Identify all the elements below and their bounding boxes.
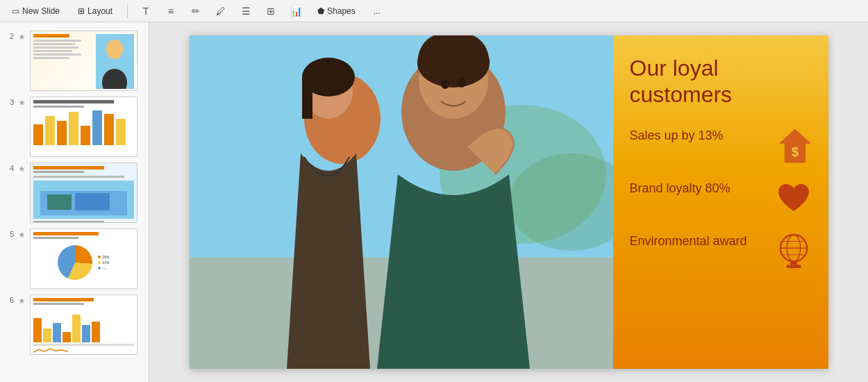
new-slide-icon: ▭	[12, 6, 19, 16]
highlight-icon-btn[interactable]: 🖊	[211, 3, 231, 19]
slide-number-6: 6	[4, 294, 14, 304]
slide-thumb-3	[30, 97, 137, 157]
slide-item-5[interactable]: 5 ★ 26% 21%	[0, 226, 149, 292]
more-button[interactable]: ...	[367, 4, 387, 18]
thumb5-pie-chart	[58, 245, 92, 280]
align-icon-btn[interactable]: ≡	[161, 3, 181, 19]
thumb5-legend: 26% 21% —	[98, 255, 109, 270]
slide-star-4: ★	[18, 163, 26, 174]
info-row-3: Environmental award	[630, 233, 812, 269]
slide-item-6[interactable]: 6 ★	[0, 292, 149, 358]
slide-star-3: ★	[18, 97, 26, 108]
divider1	[127, 4, 128, 18]
slide-number-2: 2	[4, 31, 14, 40]
slide-thumb-6	[30, 294, 137, 355]
svg-point-19	[458, 78, 466, 88]
slide-number-4: 4	[4, 163, 14, 172]
svg-rect-5	[47, 194, 72, 210]
heart-icon	[776, 181, 812, 217]
slide-main-title: Our loyal customers	[630, 55, 812, 108]
slide-star-2: ★	[18, 31, 26, 42]
shapes-icon: ⬟	[317, 6, 324, 16]
slide-number-5: 5	[4, 229, 14, 238]
thumb4-solar-img	[33, 181, 134, 219]
svg-text:$: $	[791, 144, 798, 159]
slide-number-3: 3	[4, 97, 14, 106]
stat-label-2: Brand loyalty 80%	[630, 181, 767, 197]
svg-rect-14	[302, 77, 312, 119]
layout-button[interactable]: ⊞ Layout	[72, 4, 119, 18]
slide-photo	[190, 35, 620, 369]
slide-thumb-5: 26% 21% —	[30, 229, 137, 289]
slide-thumb-4	[30, 163, 137, 223]
pen-icon-btn[interactable]: ✏	[186, 3, 206, 19]
info-row-2: Brand loyalty 80%	[630, 181, 812, 217]
list-icon-btn[interactable]: ☰	[236, 3, 256, 19]
slide-item-4[interactable]: 4 ★	[0, 160, 149, 226]
slide-panel: 2 ★	[0, 22, 149, 382]
house-dollar-icon: $	[778, 128, 812, 164]
stat-label-1: Sales up by 13%	[630, 128, 770, 144]
slide-thumb-2	[30, 31, 137, 91]
text-icon-btn[interactable]: T	[136, 3, 156, 19]
shapes-button[interactable]: ⬟ Shapes	[311, 4, 362, 18]
slide-item-3[interactable]: 3 ★	[0, 94, 149, 160]
thumb2-photo	[96, 34, 134, 89]
stat-label-3: Environmental award	[630, 233, 767, 249]
svg-rect-6	[75, 193, 110, 210]
slide-item-2[interactable]: 2 ★	[0, 28, 149, 94]
table-icon-btn[interactable]: ⊞	[261, 3, 281, 19]
new-slide-button[interactable]: ▭ New Slide	[6, 4, 66, 18]
svg-rect-27	[790, 261, 797, 265]
slide-star-6: ★	[18, 294, 26, 306]
globe-icon	[776, 233, 812, 269]
slide-canvas: Our loyal customers Sales up by 13% $	[149, 22, 868, 382]
layout-icon: ⊞	[78, 6, 85, 16]
svg-point-18	[441, 79, 449, 89]
toolbar: ▭ New Slide ⊞ Layout T ≡ ✏ 🖊 ☰ ⊞ 📊 ⬟ Sha…	[0, 0, 868, 22]
svg-rect-28	[786, 265, 801, 268]
main-area: 2 ★	[0, 22, 868, 382]
slide-info-panel: Our loyal customers Sales up by 13% $	[613, 35, 828, 369]
chart-icon-btn[interactable]: 📊	[286, 3, 306, 19]
info-row-1: Sales up by 13% $	[630, 128, 812, 164]
main-slide[interactable]: Our loyal customers Sales up by 13% $	[190, 35, 828, 369]
svg-point-1	[106, 40, 123, 59]
slide-star-5: ★	[18, 229, 26, 240]
